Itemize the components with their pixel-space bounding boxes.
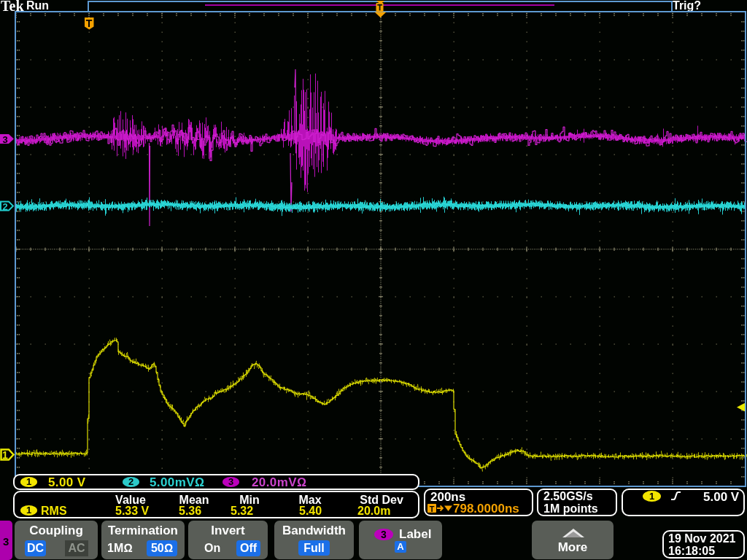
svg-text:T: T — [430, 505, 435, 513]
svg-text:1: 1 — [2, 449, 8, 461]
svg-text:3: 3 — [2, 134, 7, 145]
svg-text:T: T — [86, 18, 93, 29]
svg-text:2: 2 — [2, 201, 7, 212]
